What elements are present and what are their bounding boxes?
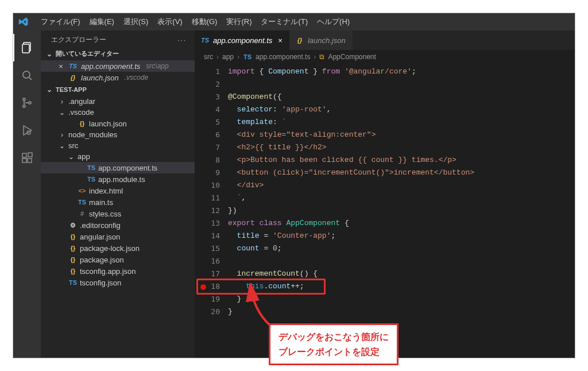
chevron-icon: ›	[58, 98, 66, 106]
annotation-callout: デバッグをおこなう箇所に ブレークポイントを設定	[269, 323, 399, 365]
svg-rect-9	[28, 159, 32, 163]
line-number[interactable]: 1	[197, 65, 220, 78]
explorer-sidebar: エクスプローラー ··· ⌄開いているエディター ×TSapp.componen…	[41, 30, 195, 358]
explorer-icon[interactable]	[13, 34, 41, 61]
folder-item[interactable]: ›node_modules	[41, 129, 195, 140]
menu-item[interactable]: 編集(E)	[85, 17, 119, 27]
file-icon: {}	[78, 119, 87, 128]
ts-file-icon: TS	[243, 52, 252, 61]
line-number[interactable]: 19	[197, 293, 220, 306]
line-number[interactable]: 3	[197, 91, 220, 103]
file-icon: TS	[200, 36, 210, 45]
menu-item[interactable]: 選択(S)	[119, 17, 153, 27]
chevron-icon: ⌄	[67, 153, 75, 161]
svg-point-3	[23, 98, 25, 101]
chevron-icon: ⌄	[58, 142, 66, 150]
menubar: ファイル(F)編集(E)選択(S)表示(V)移動(G)実行(R)ターミナル(T)…	[13, 13, 575, 30]
line-number[interactable]: 13	[197, 217, 220, 230]
folder-item[interactable]: ⌄src	[41, 140, 195, 151]
file-item[interactable]: TSapp.module.ts	[41, 173, 195, 185]
line-number[interactable]: 4	[197, 103, 220, 116]
line-number[interactable]: 9	[197, 167, 220, 179]
menu-item[interactable]: 表示(V)	[153, 17, 187, 27]
line-number[interactable]: 7	[197, 141, 220, 154]
file-item[interactable]: TSmain.ts	[41, 196, 195, 208]
svg-rect-8	[22, 159, 26, 163]
file-icon: TS	[68, 278, 78, 287]
line-number[interactable]: 2	[197, 78, 220, 91]
file-item[interactable]: TStsconfig.json	[41, 277, 195, 288]
file-item[interactable]: {}launch.json	[41, 118, 195, 129]
file-icon: #	[78, 209, 87, 218]
close-icon[interactable]: ×	[57, 62, 65, 71]
file-icon: {}	[68, 244, 78, 253]
file-item[interactable]: TSapp.component.ts	[41, 162, 195, 173]
close-icon[interactable]: ×	[278, 36, 283, 45]
file-icon: {}	[295, 36, 304, 45]
file-icon: {}	[68, 266, 78, 276]
menu-item[interactable]: 移動(G)	[187, 17, 222, 27]
file-item[interactable]: {}package-lock.json	[41, 242, 195, 254]
file-item[interactable]: ⚙.editorconfig	[41, 219, 195, 231]
file-icon: TS	[78, 198, 87, 207]
project-section[interactable]: ⌄TEST-APP	[41, 83, 195, 96]
line-number[interactable]: 12	[197, 204, 220, 217]
line-number[interactable]: 5	[197, 116, 220, 129]
folder-item[interactable]: ›.angular	[41, 96, 195, 107]
open-editors-section[interactable]: ⌄開いているエディター	[41, 47, 195, 60]
line-number[interactable]: 20	[197, 306, 220, 318]
file-item[interactable]: #styles.css	[41, 208, 195, 219]
menu-item[interactable]: ファイル(F)	[36, 17, 85, 27]
line-number[interactable]: 16	[197, 255, 220, 268]
open-editor-item[interactable]: {}launch.json.vscode	[41, 72, 195, 83]
struct-icon: ⧉	[319, 53, 324, 61]
file-icon: ⚙	[68, 221, 78, 230]
folder-item[interactable]: ⌄app	[41, 151, 195, 162]
line-number[interactable]: 8	[197, 154, 220, 167]
menu-item[interactable]: 実行(R)	[222, 17, 256, 27]
chevron-icon: ⌄	[58, 109, 66, 117]
svg-point-5	[29, 102, 31, 104]
minimap[interactable]	[546, 64, 575, 358]
chevron-icon: ›	[58, 131, 66, 139]
line-number[interactable]: 15	[197, 242, 220, 255]
line-number[interactable]: 14	[197, 230, 220, 242]
search-icon[interactable]	[13, 61, 41, 89]
more-icon[interactable]: ···	[177, 36, 187, 44]
sidebar-title: エクスプローラー	[51, 35, 106, 45]
run-debug-icon[interactable]	[13, 117, 41, 144]
file-icon: {}	[68, 73, 78, 82]
file-icon: TS	[87, 175, 96, 184]
activity-bar	[13, 30, 41, 358]
file-item[interactable]: <>index.html	[41, 185, 195, 196]
editor-tabs: TSapp.component.ts×{}launch.json	[195, 30, 575, 50]
editor-tab[interactable]: TSapp.component.ts×	[195, 30, 289, 50]
file-item[interactable]: {}angular.json	[41, 231, 195, 242]
file-icon: TS	[87, 163, 96, 172]
svg-point-2	[23, 71, 30, 78]
svg-point-4	[23, 105, 25, 107]
svg-rect-7	[22, 153, 26, 157]
line-number[interactable]: 6	[197, 129, 220, 141]
file-icon: <>	[78, 186, 87, 195]
editor-tab[interactable]: {}launch.json	[289, 30, 353, 50]
line-number-gutter[interactable]: 1234567891011121314151617181920	[195, 64, 228, 358]
extensions-icon[interactable]	[13, 144, 41, 172]
file-icon: {}	[68, 232, 78, 241]
vscode-logo-icon	[18, 16, 29, 28]
file-icon: {}	[68, 255, 78, 264]
breadcrumbs[interactable]: src› app› TS app.component.ts› ⧉ AppComp…	[195, 50, 575, 64]
menu-item[interactable]: ヘルプ(H)	[312, 17, 354, 27]
line-number[interactable]: 11	[197, 192, 220, 204]
menu-item[interactable]: ターミナル(T)	[256, 17, 312, 27]
svg-rect-1	[22, 44, 29, 53]
source-control-icon[interactable]	[13, 89, 41, 117]
folder-item[interactable]: ⌄.vscode	[41, 107, 195, 118]
file-item[interactable]: {}tsconfig.app.json	[41, 265, 195, 277]
line-number[interactable]: 10	[197, 179, 220, 192]
file-icon: TS	[68, 61, 78, 71]
file-item[interactable]: {}package.json	[41, 254, 195, 265]
svg-rect-10	[28, 153, 32, 157]
open-editor-item[interactable]: ×TSapp.component.tssrc\app	[41, 60, 195, 72]
